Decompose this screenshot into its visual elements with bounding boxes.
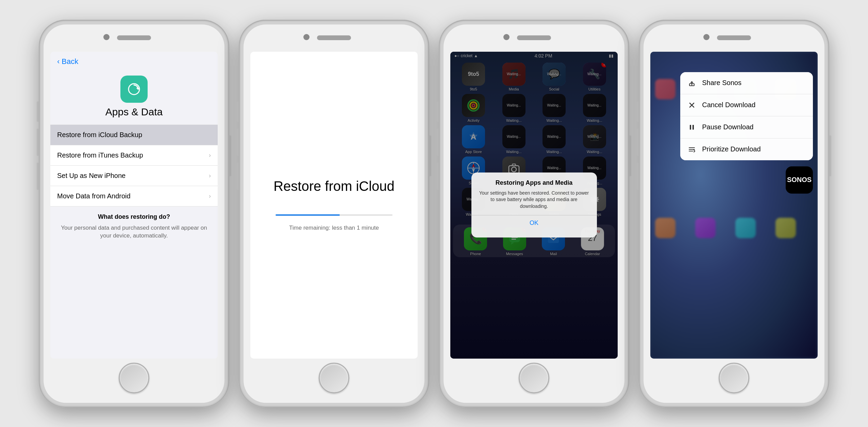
restore-info-text: Your personal data and purchased content… [57, 224, 211, 240]
apps-data-icon [120, 76, 148, 103]
dialog-text: Your settings have been restored. Connec… [478, 190, 590, 210]
cancel-download-icon [687, 100, 697, 110]
setup-new-iphone-item[interactable]: Set Up as New iPhone › [50, 166, 218, 186]
sonos-app-label: SONOS [787, 176, 812, 184]
svg-rect-32 [692, 125, 694, 130]
volume-down-button-3 [437, 163, 439, 190]
move-android-chevron-icon: › [209, 193, 211, 200]
home-button-1[interactable] [119, 363, 149, 393]
restore-icloud-label: Restore from iCloud Backup [57, 131, 142, 139]
context-prioritize-item[interactable]: Prioritize Download [680, 138, 813, 160]
phone-3: ●○ cricket ▲ 4:02 PM ▮▮ [439, 20, 629, 408]
speaker-4 [717, 35, 751, 40]
back-label: Back [62, 57, 78, 66]
phone-3-screen: ●○ cricket ▲ 4:02 PM ▮▮ [450, 52, 618, 359]
volume-down-button [37, 163, 39, 190]
3d-touch-content: Share Sonos Cancel Downlo [650, 52, 818, 359]
restore-itunes-label: Restore from iTunes Backup [57, 151, 143, 159]
apps-data-screen: ‹ Back Apps & Data [50, 52, 218, 359]
mute-switch-4 [637, 101, 639, 122]
volume-up-button-4 [637, 129, 639, 156]
icloud-restore-screen: Restore from iCloud Time remaining: less… [250, 52, 418, 359]
3d-touch-screen: Share Sonos Cancel Downlo [650, 52, 818, 359]
dialog-ok-button[interactable]: OK [478, 215, 590, 231]
apps-data-title: Apps & Data [50, 106, 218, 118]
volume-down-button-2 [237, 163, 239, 190]
home-button-2[interactable] [319, 363, 349, 393]
speaker-3 [517, 35, 551, 40]
restore-icloud-item[interactable]: Restore from iCloud Backup [50, 125, 218, 145]
pause-download-label: Pause Download [702, 123, 753, 131]
progress-text: Time remaining: less than 1 minute [289, 225, 379, 231]
mute-switch-3 [437, 101, 439, 122]
setup-new-label: Set Up as New iPhone [57, 172, 126, 180]
setup-new-chevron-icon: › [209, 172, 211, 179]
volume-down-button-4 [637, 163, 639, 190]
pause-download-icon [687, 122, 697, 132]
dialog-title: Restoring Apps and Media [478, 179, 590, 186]
mute-switch [37, 101, 39, 122]
apps-data-icon-container [50, 76, 218, 103]
phone-1-screen: ‹ Back Apps & Data [50, 52, 218, 359]
home-button-4[interactable] [719, 363, 749, 393]
phone-2-screen: Restore from iCloud Time remaining: less… [250, 52, 418, 359]
context-cancel-item[interactable]: Cancel Download [680, 94, 813, 116]
front-camera-2 [303, 34, 310, 40]
mute-switch-2 [237, 101, 239, 122]
speaker [117, 35, 151, 40]
phone-2: Restore from iCloud Time remaining: less… [239, 20, 429, 408]
homescreen: ●○ cricket ▲ 4:02 PM ▮▮ [450, 52, 618, 359]
icloud-restore-title: Restore from iCloud [263, 179, 405, 194]
restoring-dialog: Restoring Apps and Media Your settings h… [471, 173, 597, 238]
restore-menu: Restore from iCloud Backup Restore from … [50, 125, 218, 207]
sonos-app-icon[interactable]: SONOS [786, 166, 813, 194]
phone-4: Share Sonos Cancel Downlo [639, 20, 829, 408]
move-android-item[interactable]: Move Data from Android › [50, 186, 218, 206]
progress-fill [276, 214, 340, 216]
phone-4-screen: Share Sonos Cancel Downlo [650, 52, 818, 359]
progress-container [276, 214, 393, 216]
home-button-3[interactable] [519, 363, 549, 393]
context-menu: Share Sonos Cancel Downlo [680, 72, 813, 160]
cancel-download-label: Cancel Download [702, 101, 755, 109]
share-icon [687, 78, 697, 88]
move-android-label: Move Data from Android [57, 192, 131, 200]
phone-2-inner: Restore from iCloud Time remaining: less… [244, 24, 424, 403]
volume-up-button-2 [237, 129, 239, 156]
prioritize-download-label: Prioritize Download [702, 145, 761, 153]
back-chevron-icon: ‹ [57, 57, 60, 66]
power-button-2 [429, 135, 431, 176]
phone-3-inner: ●○ cricket ▲ 4:02 PM ▮▮ [444, 24, 624, 403]
progress-bar [276, 214, 393, 216]
context-pause-item[interactable]: Pause Download [680, 116, 813, 138]
front-camera [103, 34, 110, 40]
restore-info-section: What does restoring do? Your personal da… [50, 207, 218, 247]
phone-1: ‹ Back Apps & Data [39, 20, 229, 408]
power-button-4 [829, 135, 831, 176]
prioritize-download-icon [687, 145, 697, 154]
share-sonos-label: Share Sonos [702, 79, 741, 87]
phone-4-inner: Share Sonos Cancel Downlo [644, 24, 824, 403]
restore-info-title: What does restoring do? [57, 213, 211, 220]
speaker-2 [317, 35, 351, 40]
context-share-item[interactable]: Share Sonos [680, 72, 813, 94]
front-camera-3 [503, 34, 510, 40]
restore-itunes-chevron-icon: › [209, 152, 211, 159]
restore-itunes-item[interactable]: Restore from iTunes Backup › [50, 145, 218, 166]
back-button[interactable]: ‹ Back [50, 52, 218, 69]
volume-up-button-3 [437, 129, 439, 156]
phone-1-inner: ‹ Back Apps & Data [44, 24, 224, 403]
power-button [229, 135, 231, 176]
front-camera-4 [703, 34, 710, 40]
svg-rect-31 [690, 125, 691, 130]
volume-up-button [37, 129, 39, 156]
dialog-overlay: Restoring Apps and Media Your settings h… [450, 52, 618, 359]
phones-container: ‹ Back Apps & Data [0, 0, 868, 427]
power-button-3 [629, 135, 631, 176]
